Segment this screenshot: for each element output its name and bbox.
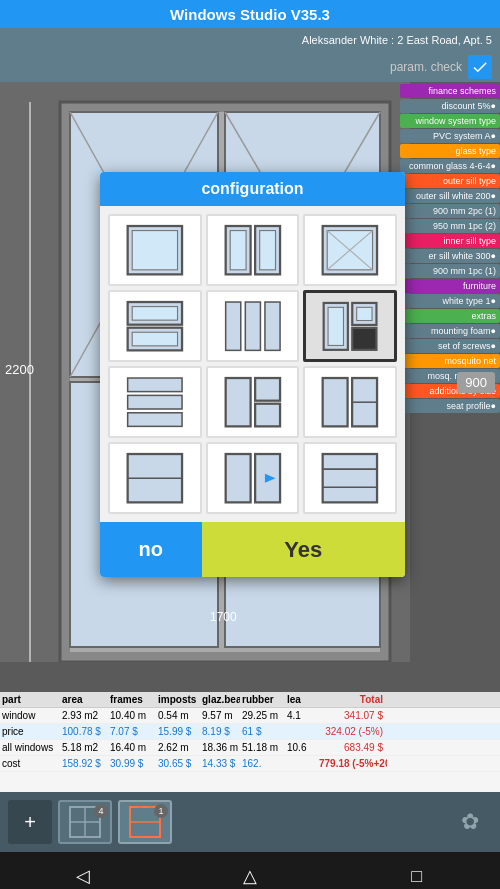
svg-rect-36: [128, 413, 182, 427]
config-option-6[interactable]: [303, 290, 397, 362]
svg-rect-28: [265, 302, 280, 350]
top-bar: Windows Studio V35.3: [0, 0, 500, 28]
svg-rect-33: [357, 307, 372, 320]
svg-rect-26: [225, 302, 240, 350]
cell-lea-4: [285, 756, 317, 771]
svg-rect-25: [132, 332, 177, 346]
cell-area-1: 2.93 m2: [60, 708, 108, 723]
svg-rect-16: [230, 230, 246, 269]
tag-mosquito[interactable]: mosquito net: [400, 354, 500, 368]
tag-inner-sill-val[interactable]: er sill white 300●: [400, 249, 500, 263]
config-option-12[interactable]: [303, 442, 397, 514]
col-rubber: rubber: [240, 692, 285, 707]
config-header: configuration: [100, 172, 405, 206]
tag-pvc[interactable]: PVC system A●: [400, 129, 500, 143]
tag-outer-sill-val[interactable]: outer sill white 200●: [400, 189, 500, 203]
yes-button[interactable]: Yes: [202, 522, 405, 577]
tag-extras[interactable]: extras: [400, 309, 500, 323]
cell-glaz-2: 8.19 $: [200, 724, 240, 739]
cell-area-4: 158.92 $: [60, 756, 108, 771]
col-total: Total: [317, 692, 387, 707]
tag-size-900-1[interactable]: 900 mm 2pc (1): [400, 204, 500, 218]
cell-total-1: 341.07 $: [317, 708, 387, 723]
cell-part-4: cost: [0, 756, 60, 771]
tag-inner-sill[interactable]: inner sill type: [400, 234, 500, 248]
cell-rubber-2: 61 $: [240, 724, 285, 739]
param-checkbox[interactable]: [468, 55, 492, 79]
cell-part-3: all windows: [0, 740, 60, 755]
address-bar: Aleksander White : 2 East Road, Apt. 5: [0, 28, 500, 52]
label-1700: 1700: [210, 610, 237, 624]
svg-rect-27: [245, 302, 260, 350]
nav-home-button[interactable]: △: [230, 856, 270, 889]
cell-glaz-1: 9.57 m: [200, 708, 240, 723]
tag-discount[interactable]: discount 5%●: [400, 99, 500, 113]
cell-lea-2: [285, 724, 317, 739]
cell-imposts-3: 2.62 m: [156, 740, 200, 755]
config-option-2[interactable]: [206, 214, 300, 286]
svg-rect-34: [128, 378, 182, 392]
window2-badge: 1: [154, 804, 168, 818]
config-option-8[interactable]: [206, 366, 300, 438]
svg-rect-35: [128, 395, 182, 409]
tag-glass[interactable]: glass type: [400, 144, 500, 158]
window1-badge: 4: [94, 804, 108, 818]
tag-common-glass[interactable]: common glass 4-6-4●: [400, 159, 500, 173]
bottom-toolbar: + 4 1 ✿: [0, 792, 500, 852]
config-option-1[interactable]: [108, 214, 202, 286]
add-button[interactable]: +: [8, 800, 52, 844]
label-2200: 2200: [5, 362, 34, 377]
nav-bar: ◁ △ □: [0, 852, 500, 889]
tag-finance[interactable]: finance schemes: [400, 84, 500, 98]
svg-rect-38: [255, 378, 280, 401]
param-bar: param. check: [0, 52, 500, 82]
cell-area-3: 5.18 m2: [60, 740, 108, 755]
config-option-5[interactable]: [206, 290, 300, 362]
cell-frames-1: 10.40 m: [108, 708, 156, 723]
main-area: 2200 1700 finance schemes discount 5%● w…: [0, 82, 500, 692]
cell-frames-2: 7.07 $: [108, 724, 156, 739]
cell-lea-1: 4.1: [285, 708, 317, 723]
config-option-3[interactable]: [303, 214, 397, 286]
address-text: Aleksander White : 2 East Road, Apt. 5: [302, 34, 492, 46]
tag-screws[interactable]: set of screws●: [400, 339, 500, 353]
no-button[interactable]: no: [100, 522, 202, 577]
svg-rect-17: [259, 230, 275, 269]
tag-mounting[interactable]: mounting foam●: [400, 324, 500, 338]
cell-rubber-1: 29.25 m: [240, 708, 285, 723]
config-option-10[interactable]: [108, 442, 202, 514]
tag-furniture[interactable]: furniture: [400, 279, 500, 293]
tag-size-950[interactable]: 950 mm 1pc (2): [400, 219, 500, 233]
cell-total-2: 324.02 (-5%): [317, 724, 387, 739]
cell-total-3: 683.49 $: [317, 740, 387, 755]
svg-rect-40: [323, 378, 348, 426]
cell-imposts-2: 15.99 $: [156, 724, 200, 739]
svg-rect-37: [225, 378, 250, 426]
cell-glaz-3: 18.36 m: [200, 740, 240, 755]
config-option-9[interactable]: [303, 366, 397, 438]
nav-back-button[interactable]: ◁: [63, 856, 103, 889]
tag-white-type[interactable]: white type 1●: [400, 294, 500, 308]
config-dialog: configuration: [100, 172, 405, 577]
window-tab-1[interactable]: 4: [58, 800, 112, 844]
window-tab-2[interactable]: 1: [118, 800, 172, 844]
cell-total-4: 779.18 (-5%+20%): [317, 756, 387, 771]
table-row-window: window 2.93 m2 10.40 m 0.54 m 9.57 m 29.…: [0, 708, 500, 724]
cell-rubber-3: 51.18 m: [240, 740, 285, 755]
tag-size-inner[interactable]: 900 mm 1pc (1): [400, 264, 500, 278]
flower-button[interactable]: ✿: [448, 800, 492, 844]
cell-imposts-1: 0.54 m: [156, 708, 200, 723]
col-lea: lea: [285, 692, 317, 707]
tag-window-system[interactable]: window system type: [400, 114, 500, 128]
cell-frames-3: 16.40 m: [108, 740, 156, 755]
config-option-11[interactable]: [206, 442, 300, 514]
config-option-4[interactable]: [108, 290, 202, 362]
config-option-7[interactable]: [108, 366, 202, 438]
table-row-cost: cost 158.92 $ 30.99 $ 30.65 $ 14.33 $ 16…: [0, 756, 500, 772]
config-buttons: no Yes: [100, 522, 405, 577]
tag-outer-sill[interactable]: outer sill type: [400, 174, 500, 188]
app-title: Windows Studio V35.3: [170, 6, 330, 23]
tag-seat[interactable]: seat profile●: [400, 399, 500, 413]
nav-recents-button[interactable]: □: [397, 856, 437, 889]
cell-rubber-4: 162.: [240, 756, 285, 771]
